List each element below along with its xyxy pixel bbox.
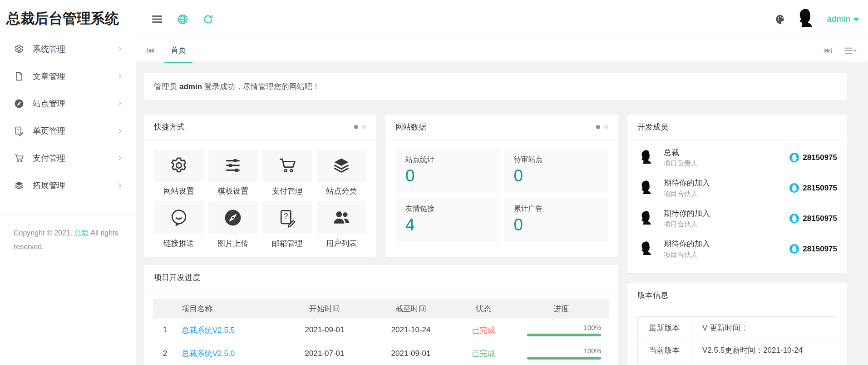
shortcut-link-push[interactable]: 链接推送 [154, 201, 204, 254]
tab-home-label: 首页 [171, 46, 186, 55]
sidebar-item-label: 支付管理 [33, 153, 65, 164]
welcome-prefix: 管理员 [154, 82, 177, 91]
shortcut-label: 网站设置 [154, 182, 204, 201]
dev-members-title: 开发成员 [637, 122, 668, 132]
file-icon [14, 71, 25, 82]
qq-number: 28150975 [803, 245, 837, 254]
member-qq[interactable]: 28150975 [789, 213, 837, 224]
layers-icon [331, 155, 351, 175]
page-edit-icon [277, 208, 297, 228]
qq-icon [789, 152, 799, 163]
member-qq[interactable]: 28150975 [789, 152, 837, 163]
globe-icon[interactable] [177, 13, 189, 25]
member-row: 期待你的加入 项目合伙人 28150975 [637, 173, 837, 203]
col-status: 状态 [454, 299, 513, 319]
version-row-label: 最新版本 [638, 317, 691, 339]
tab-home[interactable]: 首页 [162, 38, 195, 63]
copyright-brand-link[interactable]: 总裁 [74, 229, 89, 237]
tabs-scroll-end-icon[interactable] [824, 46, 833, 55]
shortcut-label: 模板设置 [208, 182, 258, 201]
sidebar: 总裁后台管理系统 系统管理 文章管理 站点管理 单页管理 支付管理 [0, 0, 136, 365]
member-name: 期待你的加入 [664, 178, 710, 188]
avatar[interactable] [794, 6, 819, 32]
qq-icon [789, 244, 799, 254]
sidebar-item-system[interactable]: 系统管理 [0, 35, 136, 63]
qq-number: 28150975 [803, 184, 837, 193]
copyright: Copyright © 2021.总裁All rights reserved. [0, 215, 136, 253]
version-row-value [691, 361, 837, 365]
member-row: 期待你的加入 项目合伙人 28150975 [637, 203, 837, 234]
page-edit-icon [14, 125, 25, 136]
sidebar-item-page[interactable]: 单页管理 [0, 117, 136, 145]
version-row [638, 361, 837, 365]
stat-label: 站点统计 [405, 155, 490, 165]
version-row-label: 当前版本 [638, 339, 691, 361]
project-link[interactable]: 总裁系统V2.5.0 [182, 349, 235, 358]
shortcut-label: 支付管理 [262, 182, 312, 201]
tabs-options-icon[interactable] [844, 46, 857, 55]
shortcut-template-settings[interactable]: 模板设置 [208, 149, 258, 201]
end-date: 2021-09-01 [368, 342, 454, 365]
shortcut-user-list[interactable]: 用户列表 [317, 201, 367, 254]
sliders-icon [223, 155, 243, 175]
version-row: 当前版本 V2.5.5更新时间：2021-10-24 [638, 339, 837, 361]
menu-collapse-icon[interactable] [151, 13, 163, 25]
caret-down-icon [853, 18, 859, 21]
project-progress-table: 项目名称 开始时间 截至时间 状态 进度 1 总裁系统V2.5.5 2021-0… [153, 299, 609, 365]
app-logo: 总裁后台管理系统 [0, 0, 136, 28]
sidebar-item-label: 站点管理 [33, 98, 65, 109]
stat-value: 4 [405, 215, 490, 235]
version-row-value: V 更新时间： [691, 317, 837, 339]
col-end-date: 截至时间 [368, 299, 454, 319]
col-project-name: 项目名称 [177, 299, 281, 319]
chevron-right-icon [117, 73, 123, 80]
version-row-value: V2.5.5更新时间：2021-10-24 [691, 339, 837, 361]
refresh-icon[interactable] [202, 14, 214, 25]
user-dropdown[interactable]: admin [827, 14, 859, 24]
sidebar-item-label: 拓展管理 [33, 180, 65, 191]
member-qq[interactable]: 28150975 [789, 183, 837, 193]
status-badge: 已完成 [454, 342, 513, 365]
carousel-dots[interactable] [596, 125, 608, 129]
member-name: 期待你的加入 [664, 208, 710, 219]
progress-cell: 100% [513, 319, 609, 342]
version-table: 最新版本 V 更新时间： 当前版本 V2.5.5更新时间：2021-10-24 [637, 316, 837, 365]
site-data-title: 网站数据 [395, 122, 426, 132]
stat-value: 0 [514, 166, 599, 185]
topbar: admin [136, 0, 868, 38]
qq-number: 28150975 [803, 214, 837, 223]
welcome-username: admin [179, 82, 202, 91]
shortcut-mailbox[interactable]: 邮箱管理 [262, 201, 312, 254]
status-badge: 已完成 [454, 319, 513, 342]
shortcut-label: 邮箱管理 [262, 234, 312, 254]
project-link[interactable]: 总裁系统V2.5.5 [182, 326, 235, 335]
project-progress-title: 项目开发进度 [154, 272, 200, 283]
table-row: 1 总裁系统V2.5.5 2021-09-01 2021-10-24 已完成 1… [153, 319, 609, 342]
sidebar-item-label: 文章管理 [33, 71, 65, 82]
sidebar-item-article[interactable]: 文章管理 [0, 63, 136, 90]
shortcut-site-category[interactable]: 站点分类 [317, 149, 367, 201]
theme-palette-icon[interactable] [774, 13, 787, 25]
member-avatar [637, 240, 656, 259]
sidebar-item-payment[interactable]: 支付管理 [0, 145, 136, 172]
qq-number: 28150975 [803, 153, 837, 162]
member-name: 期待你的加入 [664, 239, 710, 249]
member-avatar [637, 209, 656, 228]
shortcut-image-upload[interactable]: 图片上传 [208, 201, 258, 254]
sidebar-item-extension[interactable]: 拓展管理 [0, 172, 136, 199]
tabs-scroll-start-icon[interactable] [145, 46, 155, 55]
member-avatar [637, 148, 656, 167]
carousel-dots[interactable] [354, 125, 366, 129]
chevron-right-icon [117, 155, 123, 161]
smiley-bubble-icon [169, 208, 189, 228]
version-info-title: 版本信息 [637, 290, 668, 300]
compass-icon [14, 98, 25, 109]
sidebar-item-site[interactable]: 站点管理 [0, 90, 136, 117]
table-header-row: 项目名称 开始时间 截至时间 状态 进度 [153, 299, 609, 319]
progress-percent: 100% [513, 347, 601, 355]
stat-friend-links: 友情链接 4 [395, 197, 500, 242]
member-qq[interactable]: 28150975 [789, 244, 837, 254]
row-index: 2 [153, 342, 177, 365]
shortcut-site-settings[interactable]: 网站设置 [154, 149, 204, 201]
shortcut-payment[interactable]: 支付管理 [262, 149, 312, 201]
